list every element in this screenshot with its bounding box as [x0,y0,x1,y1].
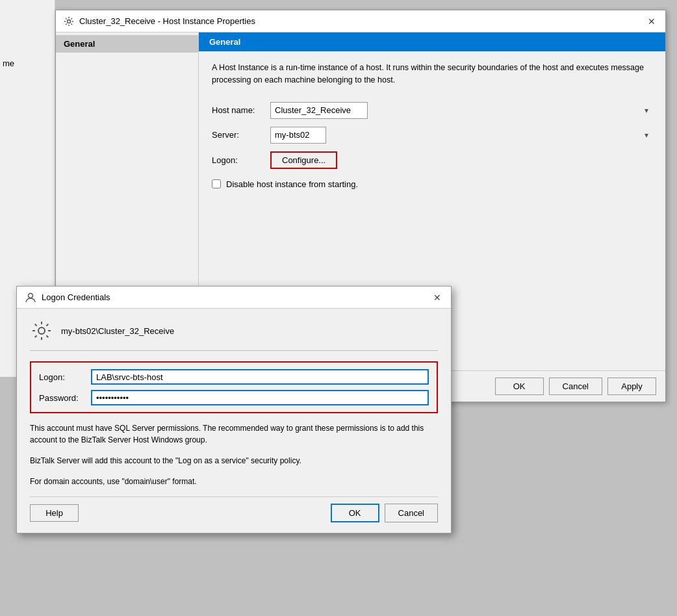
host-apply-button[interactable]: Apply [607,378,656,395]
host-dialog-close-button[interactable]: ✕ [646,16,658,27]
instance-path-text: my-bts02\Cluster_32_Receive [61,326,174,336]
host-dialog-title: Cluster_32_Receive - Host Instance Prope… [79,16,255,26]
logon-input-field[interactable] [91,369,429,385]
logon-input-label: Logon: [39,372,91,382]
logon-instance-row: my-bts02\Cluster_32_Receive [30,319,438,351]
logon-ok-button[interactable]: OK [331,504,379,522]
svg-point-2 [38,327,45,334]
bg-window-text: me [0,0,55,68]
info-text-1: This account must have SQL Server permis… [30,422,438,446]
info-text-3: For domain accounts, use "domain\user" f… [30,476,438,487]
gear-icon [64,16,74,27]
logon-footer-right: OK Cancel [331,504,438,522]
svg-point-0 [68,19,71,23]
logon-dialog-title-left: Logon Credentials [25,292,110,303]
host-dialog-titlebar: Cluster_32_Receive - Host Instance Prope… [56,10,665,32]
logon-cancel-button[interactable]: Cancel [385,504,438,522]
server-label: Server: [212,130,270,140]
logon-input-row: Logon: [39,369,429,385]
password-input-row: Password: [39,390,429,405]
main-panel-header: General [199,32,665,51]
logon-dialog-title: Logon Credentials [42,292,110,302]
host-cancel-button[interactable]: Cancel [549,378,602,395]
host-ok-button[interactable]: OK [495,378,544,395]
disable-checkbox[interactable] [212,179,221,188]
configure-button[interactable]: Configure... [270,151,337,169]
logon-form-section: Logon: Password: [30,361,438,413]
logon-credentials-dialog: Logon Credentials ✕ my-bts02\Cluster_32_… [16,286,452,533]
logon-row: Logon: Configure... [212,151,652,169]
host-name-select-wrapper: Cluster_32_Receive [270,102,652,119]
host-name-row: Host name: Cluster_32_Receive [212,102,652,119]
host-dialog-title-left: Cluster_32_Receive - Host Instance Prope… [64,16,255,27]
instance-gear-icon [30,319,53,342]
server-row: Server: my-bts02 [212,127,652,144]
logon-dialog-footer: Help OK Cancel [30,496,438,522]
password-label: Password: [39,393,91,403]
host-name-label: Host name: [212,105,270,115]
logon-dialog-close-button[interactable]: ✕ [431,292,443,303]
main-panel-content: A Host Instance is a run-time instance o… [199,51,665,199]
logon-help-button[interactable]: Help [30,504,79,522]
user-icon [25,292,36,303]
logon-dialog-titlebar: Logon Credentials ✕ [17,287,451,309]
logon-dialog-body: my-bts02\Cluster_32_Receive Logon: Passw… [17,309,451,533]
svg-point-1 [29,293,33,298]
disable-checkbox-label: Disable host instance from starting. [226,179,358,189]
host-name-select[interactable]: Cluster_32_Receive [270,102,368,119]
description-text: A Host Instance is a run-time instance o… [212,62,652,86]
password-input-field[interactable] [91,390,429,405]
sidebar-item-general[interactable]: General [56,35,198,53]
server-select-wrapper: my-bts02 [270,127,652,144]
server-select[interactable]: my-bts02 [270,127,326,144]
disable-checkbox-row: Disable host instance from starting. [212,179,652,189]
info-text-2: BizTalk Server will add this account to … [30,455,438,467]
logon-label: Logon: [212,155,270,165]
